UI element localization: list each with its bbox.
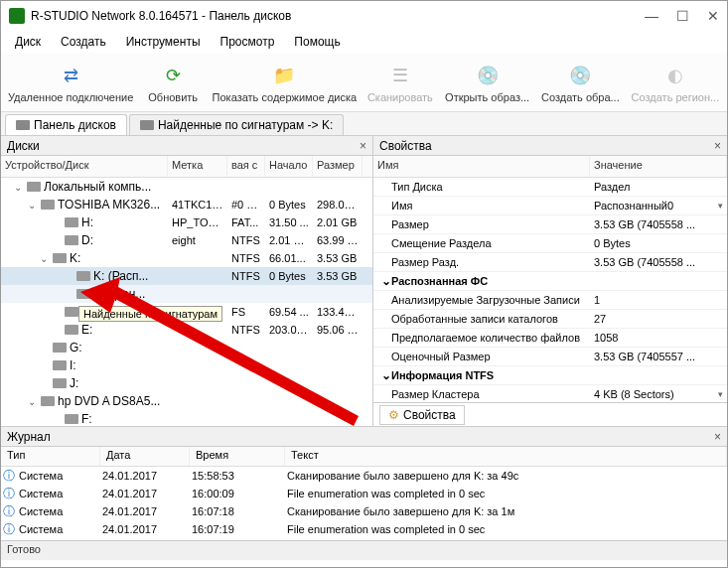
property-row: Тип ДискаРаздел xyxy=(373,178,727,197)
disk-row[interactable]: ⌄hp DVD A DS8A5... xyxy=(1,392,372,410)
refresh-icon: ⟳ xyxy=(159,62,187,89)
region-icon: ◐ xyxy=(661,62,689,89)
col-name[interactable]: Имя xyxy=(373,156,590,177)
open-image-button[interactable]: 💿 Открыть образ... xyxy=(439,58,535,107)
disk-row[interactable]: Найден... xyxy=(1,285,372,303)
property-row: Размер3.53 GB (7405558 ... xyxy=(373,215,727,234)
col-fs[interactable]: вая с xyxy=(227,156,265,177)
col-size[interactable]: Размер xyxy=(313,156,363,177)
col-text[interactable]: Текст xyxy=(285,447,727,466)
menu-tools[interactable]: Инструменты xyxy=(116,33,211,51)
menu-create[interactable]: Создать xyxy=(51,33,116,51)
tab-disk-panel[interactable]: Панель дисков xyxy=(5,114,127,135)
col-value[interactable]: Значение xyxy=(590,156,727,177)
disk-row[interactable]: E:NTFS203.03...95.06 GB xyxy=(1,321,372,339)
disk-row[interactable]: H:HP_TOOLSFAT...31.50 ...2.01 GB xyxy=(1,213,372,231)
drive-icon xyxy=(53,343,67,353)
log-pane: Журнал × Тип Дата Время Текст ⓘСистема24… xyxy=(1,426,727,540)
col-type[interactable]: Тип xyxy=(1,447,100,466)
property-row: ⌄Информация NTFS xyxy=(373,366,727,385)
create-image-button[interactable]: 💿 Создать обра... xyxy=(535,58,626,107)
create-region-button[interactable]: ◐ Создать регион... xyxy=(626,58,725,107)
log-row[interactable]: ⓘСистема24.01.201716:00:09File enumerati… xyxy=(1,485,727,502)
drive-icon xyxy=(140,120,154,130)
close-pane-icon[interactable]: × xyxy=(714,139,721,153)
info-icon: ⓘ xyxy=(1,486,17,502)
drive-icon xyxy=(41,200,55,210)
window-title: R-STUDIO Network 8.0.164571 - Панель дис… xyxy=(31,9,645,23)
disk-row[interactable]: G: xyxy=(1,339,372,356)
disk-row[interactable]: I: xyxy=(1,356,372,374)
refresh-button[interactable]: ⟳ Обновить xyxy=(138,58,208,107)
chevron-down-icon: ▾ xyxy=(718,201,723,211)
col-device[interactable]: Устройство/Диск xyxy=(1,156,168,177)
property-row: ⌄Распознанная ФС xyxy=(373,272,727,291)
app-icon xyxy=(9,8,25,24)
tooltip: Найденные по сигнатурам xyxy=(78,306,222,322)
titlebar: R-STUDIO Network 8.0.164571 - Панель дис… xyxy=(1,1,727,31)
minimize-button[interactable]: — xyxy=(645,8,658,24)
drive-icon xyxy=(65,307,78,317)
log-table: ⓘСистема24.01.201715:58:53Сканирование б… xyxy=(1,467,727,540)
info-icon: ⓘ xyxy=(1,521,17,538)
menu-view[interactable]: Просмотр xyxy=(211,33,285,51)
close-pane-icon[interactable]: × xyxy=(360,139,366,153)
properties-header: Свойства × xyxy=(373,136,727,156)
properties-pane: Свойства × Имя Значение Тип ДискаРазделИ… xyxy=(373,136,727,426)
drive-icon xyxy=(53,253,67,263)
show-content-button[interactable]: 📁 Показать содержимое диска xyxy=(208,58,361,107)
tabstrip: Панель дисков Найденные по сигнатурам ->… xyxy=(1,112,727,136)
col-label[interactable]: Метка xyxy=(168,156,227,177)
drive-icon xyxy=(53,378,67,388)
disk-row[interactable]: J: xyxy=(1,374,372,392)
drive-icon xyxy=(27,182,41,192)
log-row[interactable]: ⓘСистема24.01.201716:07:18Сканирование б… xyxy=(1,502,727,520)
drive-icon xyxy=(65,235,78,245)
status-bar: Готово xyxy=(1,540,727,560)
close-button[interactable]: ✕ xyxy=(707,8,719,24)
properties-tab-button[interactable]: ⚙ Свойства xyxy=(379,405,465,425)
col-time[interactable]: Время xyxy=(190,447,285,466)
info-icon: ⓘ xyxy=(1,503,17,520)
close-pane-icon[interactable]: × xyxy=(714,430,721,444)
disk-row[interactable]: F: xyxy=(1,410,372,426)
toolbar: ⇄ Удаленное подключение ⟳ Обновить 📁 Пок… xyxy=(1,53,727,112)
log-columns: Тип Дата Время Текст xyxy=(1,447,727,467)
property-row[interactable]: ИмяРаспознанный0▾ xyxy=(373,197,727,215)
scan-icon: ☰ xyxy=(386,62,414,89)
remote-icon: ⇄ xyxy=(57,62,84,89)
property-row: Анализируемые Загрузочные Записи1 xyxy=(373,291,727,310)
disk-tree[interactable]: ⌄Локальный компь...⌄TOSHIBA MK326...41TK… xyxy=(1,178,372,426)
maximize-button[interactable]: ☐ xyxy=(676,8,689,24)
disk-row[interactable]: K: (Расп...NTFS0 Bytes3.53 GB xyxy=(1,267,372,285)
drive-icon xyxy=(65,217,78,227)
col-start[interactable]: Начало xyxy=(265,156,313,177)
menu-help[interactable]: Помощь xyxy=(284,33,350,51)
col-date[interactable]: Дата xyxy=(100,447,190,466)
property-row: Размер Разд.3.53 GB (7405558 ... xyxy=(373,253,727,272)
disk-row[interactable]: D:eightNTFS2.01 GB63.99 GB xyxy=(1,231,372,249)
drive-icon xyxy=(16,120,30,130)
property-row[interactable]: Размер Кластера4 KB (8 Sectors)▾ xyxy=(373,385,727,402)
scan-button[interactable]: ☰ Сканировать xyxy=(362,58,440,107)
remote-connect-button[interactable]: ⇄ Удаленное подключение xyxy=(3,58,138,107)
drive-icon xyxy=(65,414,78,424)
disk-row[interactable]: ⌄TOSHIBA MK326...41TKC1VIT#0 S...0 Bytes… xyxy=(1,196,372,213)
menubar: Диск Создать Инструменты Просмотр Помощь xyxy=(1,31,727,53)
disk-row[interactable]: ⌄K:NTFS66.01...3.53 GB xyxy=(1,249,372,267)
property-row: Предполагаемое количество файлов1058 xyxy=(373,329,727,348)
drive-icon xyxy=(41,396,55,406)
menu-disk[interactable]: Диск xyxy=(5,33,51,51)
disks-pane: Диски × Устройство/Диск Метка вая с Нача… xyxy=(1,136,373,426)
log-row[interactable]: ⓘСистема24.01.201715:58:53Сканирование б… xyxy=(1,467,727,485)
drive-icon xyxy=(76,271,90,281)
drive-icon xyxy=(53,360,67,370)
disk-row[interactable]: ⌄Локальный компь... xyxy=(1,178,372,196)
log-row[interactable]: ⓘСистема24.01.201716:07:19File enumerati… xyxy=(1,520,727,538)
property-row: Смещение Раздела0 Bytes xyxy=(373,234,727,253)
tab-found-signatures[interactable]: Найденные по сигнатурам -> K: xyxy=(129,114,344,135)
disks-columns: Устройство/Диск Метка вая с Начало Разме… xyxy=(1,156,372,178)
open-icon: 💿 xyxy=(474,62,502,89)
disks-header: Диски × xyxy=(1,136,372,156)
properties-table: Тип ДискаРазделИмяРаспознанный0▾Размер3.… xyxy=(373,178,727,402)
